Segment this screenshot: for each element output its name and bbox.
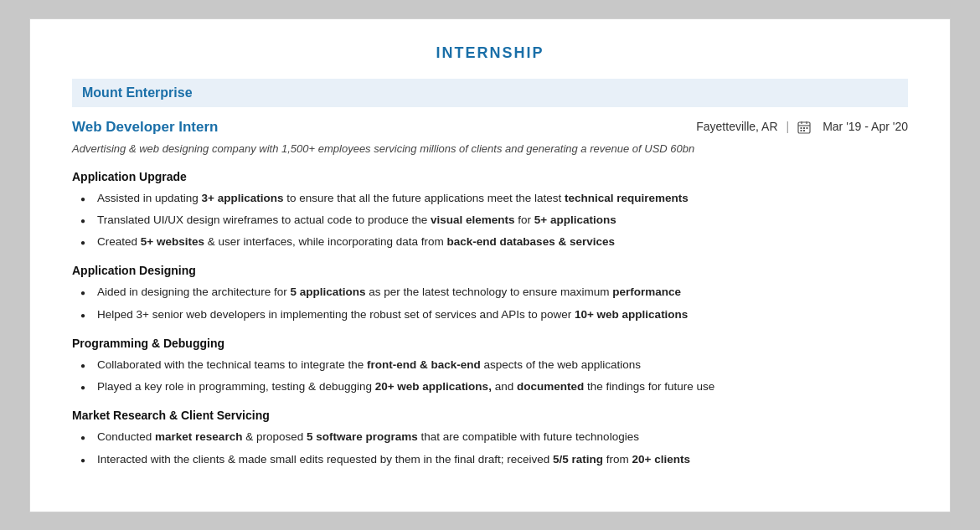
job-meta-row: Web Developer Intern Fayetteville, AR | … bbox=[72, 119, 908, 136]
divider: | bbox=[787, 120, 790, 133]
bullet-item-3-0: Conducted market research & proposed 5 s… bbox=[80, 429, 908, 445]
section-title-0: Application Upgrade bbox=[72, 170, 908, 183]
bullet-item-0-0: Assisted in updating 3+ applications to … bbox=[80, 190, 908, 207]
bullet-list-3: Conducted market research & proposed 5 s… bbox=[72, 429, 908, 468]
bullet-list-0: Assisted in updating 3+ applications to … bbox=[72, 190, 908, 251]
sections-container: Application UpgradeAssisted in updating … bbox=[72, 170, 908, 468]
section-title-3: Market Research & Client Servicing bbox=[72, 409, 908, 422]
bullet-item-2-1: Played a key role in programming, testin… bbox=[80, 378, 908, 395]
resume-card: INTERNSHIP Mount Enterprise Web Develope… bbox=[29, 18, 951, 512]
job-title: Web Developer Intern bbox=[72, 119, 218, 136]
job-location-date: Fayetteville, AR | Mar '19 - Apr '20 bbox=[696, 120, 908, 134]
company-name: Mount Enterprise bbox=[82, 85, 193, 100]
bullet-list-2: Collaborated with the technical teams to… bbox=[72, 357, 908, 396]
svg-rect-7 bbox=[801, 130, 802, 131]
section-title-2: Programming & Debugging bbox=[72, 337, 908, 350]
svg-rect-6 bbox=[807, 127, 808, 129]
svg-rect-5 bbox=[803, 127, 805, 129]
svg-rect-8 bbox=[803, 130, 805, 131]
company-header: Mount Enterprise bbox=[72, 79, 908, 107]
bullet-item-0-2: Created 5+ websites & user interfaces, w… bbox=[80, 234, 908, 250]
location: Fayetteville, AR bbox=[696, 120, 777, 133]
date-range: Mar '19 - Apr '20 bbox=[823, 120, 908, 133]
bullet-list-1: Aided in designing the architecture for … bbox=[72, 284, 908, 323]
section-title-1: Application Designing bbox=[72, 264, 908, 277]
bullet-item-3-1: Interacted with the clients & made small… bbox=[80, 451, 908, 468]
calendar-icon bbox=[797, 120, 814, 134]
bullet-item-0-1: Translated UI/UX design wireframes to ac… bbox=[80, 212, 908, 229]
svg-rect-4 bbox=[801, 127, 802, 129]
bullet-item-1-0: Aided in designing the architecture for … bbox=[80, 284, 908, 301]
page-title: INTERNSHIP bbox=[72, 44, 908, 62]
company-description: Advertising & web designing company with… bbox=[72, 142, 908, 155]
bullet-item-2-0: Collaborated with the technical teams to… bbox=[80, 357, 908, 373]
bullet-item-1-1: Helped 3+ senior web developers in imple… bbox=[80, 306, 908, 323]
